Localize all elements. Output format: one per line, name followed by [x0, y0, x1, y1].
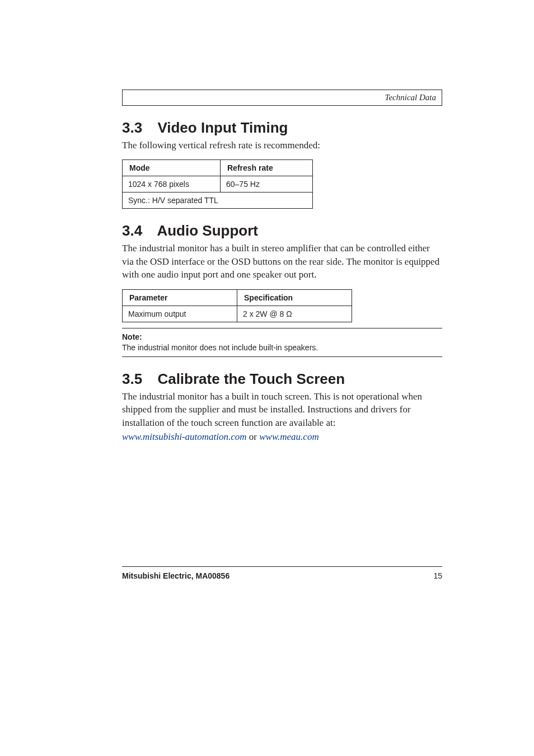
td-spec: 2 x 2W @ 8 Ω — [237, 306, 352, 322]
sec-num-3-5: 3.5 — [122, 370, 153, 387]
table-row: Parameter Specification — [123, 289, 352, 306]
sec-title-3-4: Audio Support — [157, 222, 258, 239]
footer-doc-id: Mitsubishi Electric, MA00856 — [122, 571, 229, 580]
heading-3-5: 3.5 Calibrate the Touch Screen — [122, 370, 442, 388]
th-spec: Specification — [237, 289, 352, 306]
running-head-text: Technical Data — [385, 93, 436, 102]
sec-num-3-4: 3.4 — [122, 222, 153, 239]
note-block: Note: The industrial monitor does not in… — [122, 328, 442, 356]
links-line: www.mitsubishi-automation.com or www.mea… — [122, 430, 442, 443]
note-text: The industrial monitor does not include … — [122, 343, 318, 352]
note-rule-bot — [122, 356, 442, 357]
table-row: Maximum output 2 x 2W @ 8 Ω — [123, 306, 352, 322]
th-mode: Mode — [123, 160, 221, 176]
table-audio: Parameter Specification Maximum output 2… — [122, 289, 352, 322]
table-row: Mode Refresh rate — [123, 160, 313, 176]
page-number: 15 — [433, 571, 442, 580]
table-row: Sync.: H/V separated TTL — [123, 192, 313, 209]
table-row: 1024 x 768 pixels 60–75 Hz — [123, 176, 313, 192]
heading-3-3: 3.3 Video Input Timing — [122, 119, 442, 137]
td-mode: 1024 x 768 pixels — [123, 176, 221, 192]
heading-3-4: 3.4 Audio Support — [122, 222, 442, 240]
sec-num-3-3: 3.3 — [122, 119, 153, 136]
note-label: Note: — [122, 332, 442, 342]
running-head: Technical Data — [122, 90, 442, 106]
link-meau[interactable]: www.meau.com — [259, 431, 318, 442]
sec-title-3-3: Video Input Timing — [157, 119, 288, 136]
sec-title-3-5: Calibrate the Touch Screen — [157, 370, 345, 387]
para-3-3: The following vertical refresh rate is r… — [122, 139, 442, 152]
td-param: Maximum output — [123, 306, 237, 322]
table-video-timing: Mode Refresh rate 1024 x 768 pixels 60–7… — [122, 159, 313, 209]
th-param: Parameter — [123, 289, 237, 306]
connector: or — [247, 431, 260, 442]
footer: Mitsubishi Electric, MA00856 15 — [122, 566, 442, 580]
td-sync: Sync.: H/V separated TTL — [123, 192, 313, 209]
th-refresh: Refresh rate — [221, 160, 313, 176]
link-mitsubishi-automation[interactable]: www.mitsubishi-automation.com — [122, 431, 247, 442]
para-3-5: The industrial monitor has a built in to… — [122, 390, 442, 429]
td-refresh: 60–75 Hz — [221, 176, 313, 192]
para-3-4: The industrial monitor has a built in st… — [122, 242, 442, 281]
